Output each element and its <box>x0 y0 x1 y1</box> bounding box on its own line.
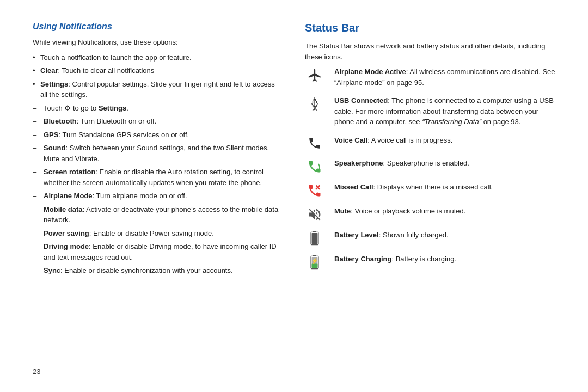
svg-text:⨉: ⨉ <box>312 102 318 112</box>
list-item: Touch a notification to launch the app o… <box>33 52 283 63</box>
status-item: Mute: Voice or playback volume is muted. <box>305 206 555 222</box>
right-column: Status Bar The Status Bar shows network … <box>305 22 555 370</box>
list-item: Mobile data: Activate or deactivate your… <box>33 204 283 225</box>
left-intro: While viewing Notifications, use these o… <box>33 37 283 48</box>
list-item: Settings: Control popular settings. Slid… <box>33 79 283 100</box>
status-item: ⚡ Battery Charging: Battery is charging. <box>305 254 555 270</box>
list-item: Sound: Switch between your Sound setting… <box>33 143 283 164</box>
list-item: Clear: Touch to clear all notifications <box>33 65 283 76</box>
left-section-title: Using Notifications <box>33 22 283 32</box>
status-desc: USB Connected: The phone is connected to… <box>334 95 555 127</box>
svg-text:⚡: ⚡ <box>311 256 318 264</box>
list-item: Screen rotation: Enable or disable the A… <box>33 167 283 188</box>
status-desc: Missed Call: Displays when there is a mi… <box>334 182 493 193</box>
page-number: 23 <box>33 367 40 376</box>
bullet-list: Touch a notification to launch the app o… <box>33 52 283 276</box>
status-item: Battery Level: Shown fully charged. <box>305 230 555 246</box>
page: Using Notifications While viewing Notifi… <box>0 0 588 392</box>
list-item: Touch ⚙ to go to Settings. <box>33 103 283 114</box>
status-desc: Voice Call: A voice call is in progress. <box>334 135 452 146</box>
status-item: ⨉ USB Connected: The phone is connected … <box>305 95 555 127</box>
missed-icon <box>305 182 324 198</box>
right-intro: The Status Bar shows network and battery… <box>305 41 555 62</box>
list-item: Airplane Mode: Turn airplane mode on or … <box>33 191 283 201</box>
battery-icon <box>305 230 324 246</box>
status-item: Speakerphone: Speakerphone is enabled. <box>305 158 555 174</box>
list-item: GPS: Turn Standalone GPS services on or … <box>33 130 283 140</box>
mute-icon <box>305 206 324 222</box>
status-desc: Battery Charging: Battery is charging. <box>334 254 456 265</box>
status-desc: Battery Level: Shown fully charged. <box>334 230 449 241</box>
airplane-icon <box>305 66 324 83</box>
list-item: Power saving: Enable or disable Power sa… <box>33 228 283 239</box>
status-desc: Airplane Mode Active: All wireless commu… <box>334 66 555 88</box>
battery-charging-icon: ⚡ <box>305 254 324 270</box>
status-desc: Speakerphone: Speakerphone is enabled. <box>334 158 469 169</box>
status-item: Airplane Mode Active: All wireless commu… <box>305 66 555 88</box>
left-column: Using Notifications While viewing Notifi… <box>33 22 283 370</box>
svg-rect-9 <box>312 263 318 268</box>
right-section-title: Status Bar <box>305 22 555 34</box>
phone-icon <box>305 135 324 150</box>
list-item: Sync: Enable or disable synchronization … <box>33 265 283 276</box>
status-items-list: Airplane Mode Active: All wireless commu… <box>305 66 555 270</box>
status-item: Voice Call: A voice call is in progress. <box>305 135 555 150</box>
list-item: Bluetooth: Turn Bluetooth on or off. <box>33 116 283 127</box>
usb-icon: ⨉ <box>305 95 324 112</box>
svg-rect-5 <box>312 232 318 243</box>
list-item: Driving mode: Enable or disable Driving … <box>33 241 283 262</box>
speakerphone-icon <box>305 158 324 174</box>
status-desc: Mute: Voice or playback volume is muted. <box>334 206 465 217</box>
status-item: Missed Call: Displays when there is a mi… <box>305 182 555 198</box>
